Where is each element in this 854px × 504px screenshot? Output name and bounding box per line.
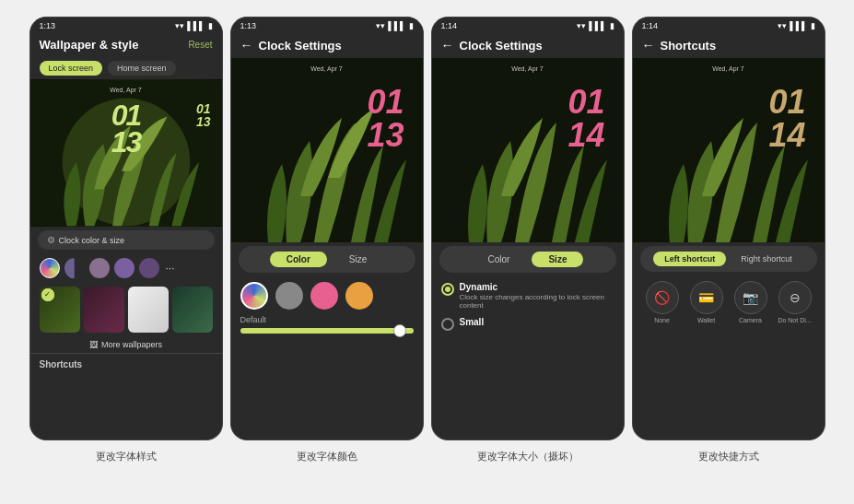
color-circle-1[interactable]	[64, 258, 85, 278]
clock-preview-3: Wed, Apr 7 0114	[432, 58, 624, 242]
default-label: Default	[231, 315, 423, 324]
caption-3: 更改字体大小（摄坏）	[477, 450, 579, 463]
phone-screen-2: 1:13 ▾▾ ▌▌▌ ▮ ← Clock Settings	[230, 17, 424, 463]
wthumb-1[interactable]: ✓	[40, 287, 80, 333]
color-circles-row: ···	[30, 253, 222, 283]
tab-size-3[interactable]: Size	[532, 252, 583, 267]
more-colors-button[interactable]: ···	[166, 262, 175, 275]
shortcut-label-wallet: Wallet	[697, 317, 715, 323]
signal-icon-3: ▌▌▌	[589, 21, 606, 30]
dynamic-label: Dynamic	[460, 282, 614, 292]
phone-screen-4: 1:14 ▾▾ ▌▌▌ ▮ ← Shortcuts	[632, 17, 825, 463]
phone-screen-3: 1:14 ▾▾ ▌▌▌ ▮ ← Clock Settings	[431, 17, 625, 463]
tab-color-2[interactable]: Color	[270, 252, 327, 267]
color-circle-4[interactable]	[139, 258, 159, 278]
status-bar-2: 1:13 ▾▾ ▌▌▌ ▮	[231, 18, 423, 32]
more-wallpapers-row[interactable]: 🖼 More wallpapers	[30, 336, 222, 353]
screen2-header: ← Clock Settings	[231, 32, 423, 58]
clock-display-4: 0114	[768, 86, 805, 152]
back-button-4[interactable]: ←	[642, 38, 655, 53]
tab-right-shortcut[interactable]: Right shortcut	[730, 252, 803, 266]
wallpaper-thumbs: ✓	[30, 283, 222, 336]
date-text-4: Wed, Apr 7	[712, 65, 744, 72]
more-wallpapers-label: More wallpapers	[101, 340, 162, 349]
caption-2: 更改字体颜色	[297, 450, 357, 463]
wifi-icon-4: ▾▾	[778, 21, 787, 30]
color-opt-orange[interactable]	[345, 282, 373, 310]
color-opt-pink[interactable]	[310, 282, 338, 310]
shortcut-item-none[interactable]: 🚫 None	[642, 281, 683, 323]
screen3-title: Clock Settings	[460, 39, 543, 53]
tab-row-1: Lock screen Home screen	[30, 57, 222, 79]
shortcuts-tab-row: Left shortcut Right shortcut	[640, 246, 817, 272]
color-opt-gray[interactable]	[275, 282, 303, 310]
clock-display-3: 0114	[567, 86, 604, 152]
tab-home-screen[interactable]: Home screen	[108, 61, 176, 76]
back-button-3[interactable]: ←	[441, 38, 454, 53]
screen2-title: Clock Settings	[259, 39, 342, 53]
shortcut-label-none: None	[654, 317, 670, 323]
radio-dynamic[interactable]	[441, 283, 454, 296]
wthumb-3[interactable]	[128, 287, 169, 333]
screen3-header: ← Clock Settings	[432, 32, 624, 58]
battery-icon-4: ▮	[811, 21, 815, 30]
size-option-dynamic: Dynamic Clock size changes according to …	[441, 282, 614, 310]
tab-lock-screen[interactable]: Lock screen	[40, 61, 103, 76]
wthumb-2[interactable]	[84, 287, 124, 333]
signal-icon-4: ▌▌▌	[790, 21, 807, 30]
screen1-header: Wallpaper & style Reset	[30, 32, 222, 57]
color-opt-gradient[interactable]	[240, 282, 268, 310]
color-circle-gradient[interactable]	[40, 258, 60, 278]
wthumb-4[interactable]	[172, 287, 213, 333]
color-options-row	[231, 276, 423, 315]
clock-small-1: 0113	[196, 102, 211, 128]
shortcut-item-camera[interactable]: 📷 Camera	[731, 281, 771, 323]
phone-screen-1: 1:13 ▾▾ ▌▌▌ ▮ Wallpaper & style Reset Lo…	[29, 17, 223, 463]
status-bar-4: 1:14 ▾▾ ▌▌▌ ▮	[633, 18, 825, 32]
battery-icon-3: ▮	[610, 21, 614, 30]
wifi-icon-3: ▾▾	[577, 21, 586, 30]
small-label: Small	[460, 317, 485, 327]
reset-button[interactable]: Reset	[188, 40, 212, 50]
gear-icon: ⚙	[47, 235, 55, 245]
date-text-3: Wed, Apr 7	[511, 65, 544, 72]
gallery-icon: 🖼	[89, 340, 98, 349]
clock-display-2: 0113	[367, 86, 404, 152]
status-bar-3: 1:14 ▾▾ ▌▌▌ ▮	[432, 18, 624, 32]
status-bar-1: 1:13 ▾▾ ▌▌▌ ▮	[30, 18, 222, 32]
back-button-2[interactable]: ←	[240, 38, 253, 53]
shortcut-item-wallet[interactable]: 💳 Wallet	[686, 281, 727, 323]
tab-color-3[interactable]: Color	[472, 252, 527, 267]
clock-preview-2: Wed, Apr 7 0113	[231, 58, 423, 242]
status-time-1: 1:13	[40, 21, 56, 30]
color-circle-2[interactable]	[89, 258, 110, 278]
size-options: Dynamic Clock size changes according to …	[432, 276, 624, 344]
tab-row-2: Color Size	[239, 246, 415, 273]
tab-size-2[interactable]: Size	[333, 252, 383, 267]
color-circle-3[interactable]	[114, 258, 135, 278]
radio-inner-dynamic	[445, 287, 450, 292]
slider-row	[231, 324, 423, 337]
screen4-title: Shortcuts	[661, 39, 717, 53]
status-icons-1: ▾▾ ▌▌▌ ▮	[175, 21, 212, 30]
signal-icon-2: ▌▌▌	[388, 21, 405, 30]
date-text-2: Wed, Apr 7	[310, 65, 343, 72]
shortcuts-bottom: Shortcuts	[30, 353, 222, 372]
shortcut-icons-grid: 🚫 None 💳 Wallet 📷 Camera ⊖ Do Not Di...	[633, 275, 825, 329]
screen1-title: Wallpaper & style	[40, 38, 139, 52]
slider-track[interactable]	[240, 328, 414, 334]
shortcut-label-camera: Camera	[739, 317, 762, 323]
clock-settings-row[interactable]: ⚙ Clock color & size	[38, 230, 215, 250]
shortcut-item-dnd[interactable]: ⊖ Do Not Di...	[775, 281, 815, 323]
caption-4: 更改快捷方式	[698, 450, 759, 463]
tab-left-shortcut[interactable]: Left shortcut	[653, 252, 726, 266]
shortcut-label-dnd: Do Not Di...	[778, 317, 811, 323]
tab-row-3: Color Size	[439, 246, 616, 273]
caption-1: 更改字体样式	[96, 450, 157, 463]
radio-small[interactable]	[441, 318, 454, 331]
wallpaper-preview: Wed, Apr 7 0113 0113	[30, 79, 222, 227]
shortcut-icon-none: 🚫	[646, 281, 679, 314]
status-time-3: 1:14	[441, 21, 458, 30]
slider-thumb[interactable]	[393, 324, 406, 337]
status-time-2: 1:13	[240, 21, 257, 30]
